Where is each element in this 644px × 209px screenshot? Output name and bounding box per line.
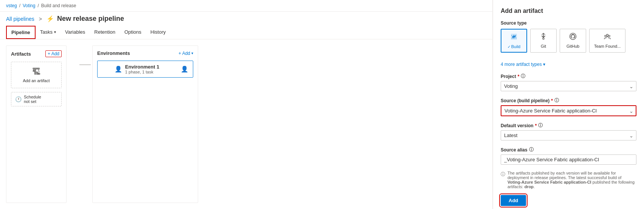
svg-point-1	[513, 36, 515, 37]
pipeline-icon: ⚡	[47, 15, 54, 22]
version-select-wrap: Latest	[501, 130, 636, 140]
tab-options[interactable]: Options	[120, 26, 146, 39]
breadcrumb-vsteg[interactable]: vsteg	[6, 3, 17, 8]
github-icon	[569, 32, 577, 42]
info-circle-icon: ⓘ	[501, 171, 505, 178]
chevron-down-icon: ▾	[543, 62, 545, 67]
svg-point-5	[605, 35, 606, 37]
connector	[79, 45, 91, 203]
source-type-teamfound[interactable]: Team Found...	[589, 29, 625, 53]
chevron-down-icon: ▾	[54, 30, 56, 34]
environments-title: Environments	[97, 50, 130, 56]
source-type-grid: ✓ Build Git	[501, 29, 636, 53]
git-label: Git	[541, 44, 546, 48]
breadcrumb-voting[interactable]: Voting	[23, 3, 35, 8]
source-type-label: Source type	[501, 20, 636, 26]
svg-point-6	[609, 35, 610, 37]
project-field-group: Project * ⓘ Voting	[501, 73, 636, 91]
source-type-group: Source type ✓ Build	[501, 20, 636, 56]
required-marker: *	[551, 98, 553, 103]
version-select[interactable]: Latest	[501, 130, 636, 140]
artifacts-title: Artifacts	[11, 51, 31, 57]
add-artifact-panel: Add an artifact Source type ✓ Build	[493, 0, 644, 209]
source-info-icon[interactable]: ⓘ	[554, 97, 559, 104]
person-icon[interactable]: 👤	[181, 66, 188, 73]
svg-point-4	[607, 34, 608, 36]
default-version-field-group: Default version * ⓘ Latest	[501, 122, 636, 140]
tab-tasks[interactable]: Tasks ▾	[36, 26, 61, 39]
teamfound-icon	[603, 32, 611, 42]
add-button-container: Add	[501, 195, 636, 206]
source-alias-field-group: Source alias ⓘ	[501, 147, 636, 165]
project-info-icon[interactable]: ⓘ	[521, 73, 525, 80]
artifacts-add-button[interactable]: + Add	[45, 50, 62, 57]
artifacts-section: Artifacts + Add 🏗 Add an artifact 🕐 Sche…	[6, 45, 67, 203]
project-label: Project * ⓘ	[501, 73, 636, 80]
environment-card[interactable]: 👤 Environment 1 1 phase, 1 task 👤	[97, 61, 193, 78]
environment-icon: 👤	[115, 66, 122, 73]
all-pipelines-link[interactable]: All pipelines	[6, 16, 34, 22]
tab-history[interactable]: History	[146, 26, 170, 39]
schedule-box[interactable]: 🕐 Schedulenot set	[11, 92, 62, 106]
required-marker: *	[518, 74, 520, 79]
tab-retention[interactable]: Retention	[90, 26, 120, 39]
tab-variables[interactable]: Variables	[61, 26, 90, 39]
add-artifact-button[interactable]: Add	[501, 195, 526, 206]
schedule-label: Schedulenot set	[24, 95, 41, 104]
source-type-github[interactable]: GitHub	[560, 29, 586, 53]
breadcrumb: vsteg / Voting / Build and release	[0, 0, 492, 12]
clock-icon: 🕐	[15, 96, 22, 102]
title-bar: All pipelines > ⚡ New release pipeline	[0, 12, 492, 26]
source-alias-input[interactable]	[501, 154, 636, 165]
pipeline-canvas: Artifacts + Add 🏗 Add an artifact 🕐 Sche…	[0, 39, 492, 209]
nav-tabs: Pipeline Tasks ▾ Variables Retention Opt…	[0, 26, 492, 39]
source-select-wrap: Voting-Azure Service Fabric application-…	[501, 105, 636, 116]
project-select-wrap: Voting	[501, 81, 636, 91]
environments-section: Environments + Add ▾ 👤 Environment 1 1 p…	[92, 45, 198, 203]
source-field-group: Source (build pipeline) * ⓘ Voting-Azure…	[501, 97, 636, 116]
environment-meta: 1 phase, 1 task	[125, 70, 159, 74]
info-text: ⓘ The artifacts published by each versio…	[501, 171, 636, 189]
teamfound-label: Team Found...	[594, 44, 621, 48]
add-artifact-title: Add an artifact	[501, 8, 636, 14]
artifact-card-label: Add an artifact	[23, 78, 50, 83]
info-message: The artifacts published by each version …	[507, 171, 636, 189]
artifact-icon: 🏗	[32, 67, 40, 77]
default-version-label: Default version * ⓘ	[501, 122, 636, 129]
git-icon	[539, 32, 548, 42]
source-select[interactable]: Voting-Azure Service Fabric application-…	[501, 105, 636, 116]
tab-pipeline[interactable]: Pipeline	[6, 26, 36, 39]
more-artifact-types[interactable]: 4 more artifact types ▾	[501, 62, 636, 67]
source-alias-label: Source alias ⓘ	[501, 147, 636, 153]
build-icon	[510, 33, 518, 43]
breadcrumb-current: Build and release	[41, 3, 76, 8]
source-type-git[interactable]: Git	[530, 29, 557, 53]
github-label: GitHub	[566, 44, 579, 48]
svg-point-2	[543, 38, 544, 39]
environment-name: Environment 1	[125, 64, 159, 70]
version-info-icon[interactable]: ⓘ	[538, 122, 543, 129]
page-title: New release pipeline	[57, 15, 124, 23]
environments-add-button[interactable]: + Add ▾	[178, 51, 193, 56]
source-type-build[interactable]: ✓ Build	[501, 29, 527, 53]
required-marker: *	[535, 123, 537, 128]
chevron-down-icon: ▾	[191, 51, 193, 55]
project-select[interactable]: Voting	[501, 81, 636, 91]
checkmark-icon: ✓	[507, 45, 511, 49]
alias-info-icon[interactable]: ⓘ	[529, 147, 534, 153]
add-artifact-card[interactable]: 🏗 Add an artifact	[11, 62, 62, 88]
source-label: Source (build pipeline) * ⓘ	[501, 97, 636, 104]
